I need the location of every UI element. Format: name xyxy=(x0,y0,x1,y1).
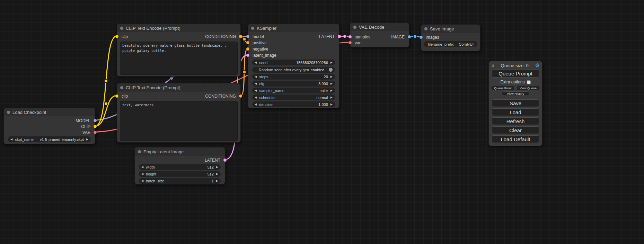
widget-sampler-name[interactable]: sampler_name euler xyxy=(252,88,335,93)
clip-input-port-icon[interactable] xyxy=(115,94,118,98)
negative-prompt-textarea[interactable]: text, watermark xyxy=(120,101,238,141)
view-history-button[interactable]: View History xyxy=(502,91,529,96)
vae-port-icon[interactable] xyxy=(94,131,97,134)
widget-scheduler[interactable]: scheduler normal xyxy=(252,94,335,100)
node-titlebar[interactable]: CLIP Text Encode (Prompt) xyxy=(117,24,240,32)
input-slot-positive[interactable]: positive xyxy=(248,40,339,46)
node-titlebar[interactable]: CLIP Text Encode (Prompt) xyxy=(117,83,240,92)
widget-name: cfg xyxy=(259,82,318,86)
slot-label: CONDITIONING xyxy=(205,94,236,99)
output-slot-vae[interactable]: VAE xyxy=(4,129,95,135)
decrement-arrow-icon[interactable] xyxy=(141,171,143,177)
widget-batch-size[interactable]: batch_size 1 xyxy=(139,178,221,184)
toggle-knob-icon[interactable] xyxy=(329,68,333,72)
decrement-arrow-icon[interactable] xyxy=(10,136,12,142)
image-output-port-icon[interactable] xyxy=(408,35,411,38)
increment-arrow-icon[interactable] xyxy=(330,94,333,100)
node-titlebar[interactable]: KSampler xyxy=(248,24,339,32)
collapse-dot-icon[interactable] xyxy=(353,26,356,29)
widget-width[interactable]: width 512 xyxy=(139,164,221,170)
output-slot-latent[interactable]: LATENT xyxy=(135,157,225,163)
node-save-image[interactable]: Save Image images filename_prefix ComfyU… xyxy=(421,24,480,51)
latent-image-input-port-icon[interactable] xyxy=(246,54,249,57)
positive-prompt-textarea[interactable]: beautiful scenery nature glass bottle la… xyxy=(120,42,238,75)
settings-gear-icon[interactable] xyxy=(535,62,540,69)
model-input-port-icon[interactable] xyxy=(246,35,249,38)
clip-input-port-icon[interactable] xyxy=(115,35,118,38)
load-button[interactable]: Load xyxy=(492,108,539,116)
output-slot-model[interactable]: MODEL xyxy=(4,118,95,124)
collapse-dot-icon[interactable] xyxy=(138,150,141,153)
load-default-button[interactable]: Load Default xyxy=(492,135,539,143)
collapse-dot-icon[interactable] xyxy=(7,111,10,114)
vae-input-port-icon[interactable] xyxy=(349,41,352,44)
node-titlebar[interactable]: Empty Latent Image xyxy=(135,147,225,156)
extra-options-checkbox[interactable] xyxy=(527,80,531,84)
decrement-arrow-icon[interactable] xyxy=(255,81,257,87)
increment-arrow-icon[interactable] xyxy=(330,74,333,80)
widget-seed[interactable]: seed 156680208700286 xyxy=(252,60,335,65)
widget-ckpt-name[interactable]: ckpt_name v1-5-pruned-emaonly.ckpt xyxy=(8,136,91,142)
decrement-arrow-icon[interactable] xyxy=(255,94,257,100)
decrement-arrow-icon[interactable] xyxy=(141,164,143,170)
increment-arrow-icon[interactable] xyxy=(330,81,333,87)
increment-arrow-icon[interactable] xyxy=(330,60,333,65)
node-graph-canvas[interactable]: Load Checkpoint MODEL CLIP VAE ckpt_name… xyxy=(0,0,644,244)
increment-arrow-icon[interactable] xyxy=(216,171,218,177)
node-load-checkpoint[interactable]: Load Checkpoint MODEL CLIP VAE ckpt_name… xyxy=(3,108,95,144)
input-slot-vae[interactable]: vae xyxy=(350,40,409,46)
latent-port-icon[interactable] xyxy=(223,159,227,162)
widget-cfg[interactable]: cfg 8.000 xyxy=(252,81,335,87)
increment-arrow-icon[interactable] xyxy=(330,88,333,93)
node-title: CLIP Text Encode (Prompt) xyxy=(126,85,180,90)
queue-front-button[interactable]: Queue Front xyxy=(491,86,515,90)
images-input-port-icon[interactable] xyxy=(420,36,423,39)
refresh-button[interactable]: Refresh xyxy=(492,117,539,125)
increment-arrow-icon[interactable] xyxy=(216,164,218,170)
widget-name: filename_prefix xyxy=(428,42,459,46)
input-slot-negative[interactable]: negative xyxy=(248,46,339,52)
node-titlebar[interactable]: VAE Decode xyxy=(350,23,409,31)
widget-random-seed-toggle[interactable]: Random seed after every gen enabled xyxy=(252,67,335,73)
decrement-arrow-icon[interactable] xyxy=(255,60,257,65)
node-ksampler[interactable]: KSampler model LATENT positive negative … xyxy=(248,24,339,108)
node-clip-text-encode-negative[interactable]: CLIP Text Encode (Prompt) clip CONDITION… xyxy=(117,83,241,143)
input-slot-latent-image[interactable]: latent_image xyxy=(248,52,339,58)
queue-prompt-button[interactable]: Queue Prompt xyxy=(492,70,539,78)
increment-arrow-icon[interactable] xyxy=(86,136,88,142)
conditioning-output-port-icon[interactable] xyxy=(239,35,242,38)
clip-port-icon[interactable] xyxy=(94,125,97,128)
decrement-arrow-icon[interactable] xyxy=(141,178,143,184)
positive-input-port-icon[interactable] xyxy=(246,41,249,44)
collapse-dot-icon[interactable] xyxy=(120,86,123,89)
decrement-arrow-icon[interactable] xyxy=(255,88,257,93)
decrement-arrow-icon[interactable] xyxy=(255,74,257,80)
output-slot-clip[interactable]: CLIP xyxy=(4,124,95,129)
widget-denoise[interactable]: denoise 1.000 xyxy=(252,101,335,107)
node-titlebar[interactable]: Save Image xyxy=(421,25,480,33)
collapse-dot-icon[interactable] xyxy=(424,27,427,30)
collapse-dot-icon[interactable] xyxy=(251,27,254,30)
clear-button[interactable]: Clear xyxy=(492,126,539,134)
input-slot-images[interactable]: images xyxy=(421,34,480,40)
node-empty-latent-image[interactable]: Empty Latent Image LATENT width 512 heig… xyxy=(134,147,225,184)
view-queue-button[interactable]: View Queue xyxy=(516,86,540,90)
widget-steps[interactable]: steps 20 xyxy=(252,74,335,80)
model-port-icon[interactable] xyxy=(94,119,97,122)
decrement-arrow-icon[interactable] xyxy=(255,101,257,107)
increment-arrow-icon[interactable] xyxy=(216,178,218,184)
widget-name: steps xyxy=(259,75,324,79)
negative-input-port-icon[interactable] xyxy=(246,47,249,51)
save-button[interactable]: Save xyxy=(492,99,539,107)
node-clip-text-encode-positive[interactable]: CLIP Text Encode (Prompt) clip CONDITION… xyxy=(117,24,241,76)
node-titlebar[interactable]: Load Checkpoint xyxy=(4,108,95,116)
increment-arrow-icon[interactable] xyxy=(330,101,333,107)
node-vae-decode[interactable]: VAE Decode samples IMAGE vae xyxy=(350,22,409,47)
latent-output-port-icon[interactable] xyxy=(338,35,341,38)
samples-input-port-icon[interactable] xyxy=(349,35,352,38)
widget-filename-prefix[interactable]: filename_prefix ComfyUI xyxy=(424,41,477,47)
drag-handle-icon[interactable] xyxy=(491,62,494,69)
collapse-dot-icon[interactable] xyxy=(120,27,123,30)
conditioning-output-port-icon[interactable] xyxy=(239,94,242,98)
widget-height[interactable]: height 512 xyxy=(139,171,221,177)
